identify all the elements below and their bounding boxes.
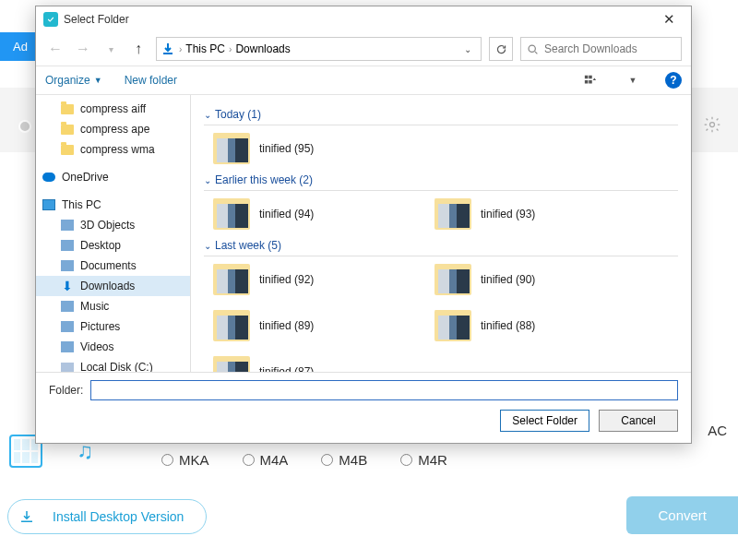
tree-item-onedrive[interactable]: OneDrive [36,167,190,187]
folder-item[interactable]: tinified (94) [213,195,398,233]
format-option-m4r[interactable]: M4R [400,452,447,468]
tree-item-compress-ape[interactable]: compress ape [36,119,190,139]
folder-item[interactable]: tinified (95) [213,129,398,168]
download-icon: ⬇ [60,279,75,293]
generic-icon [60,299,75,314]
radio-icon [321,454,333,466]
folder-item-label: tinified (94) [259,208,314,220]
format-option-m4b[interactable]: M4B [321,452,367,468]
svg-rect-5 [585,80,589,84]
convert-button[interactable]: Convert [626,496,738,534]
folder-content[interactable]: ⌄Today (1)tinified (95)⌄Earlier this wee… [191,95,691,372]
dialog-bottom-bar: Folder: Select Folder Cancel [36,372,691,443]
tree-item-videos[interactable]: Videos [36,337,190,357]
tree-item-documents[interactable]: Documents [36,256,190,276]
tree-item-label: 3D Objects [80,219,135,232]
folder-item[interactable]: tinified (87) [213,352,398,372]
radio-icon [400,454,412,466]
breadcrumb-current[interactable]: Downloads [235,42,290,55]
toolbar-row: Organize ▼ New folder ▼ ? [36,66,691,95]
format-ac-label: AC [708,423,727,438]
help-icon[interactable]: ? [665,72,682,89]
tree-item-label: This PC [62,198,101,211]
group-header[interactable]: ⌄Earlier this week (2) [204,173,678,186]
search-box[interactable] [520,37,682,61]
tree-item-label: Videos [80,340,113,353]
folder-item[interactable]: tinified (89) [213,306,398,345]
close-button[interactable]: ✕ [654,8,684,30]
generic-icon [60,340,75,354]
generic-icon [60,238,75,253]
tree-item-compress-aiff[interactable]: compress aiff [36,99,190,119]
folder-tree[interactable]: compress aiffcompress apecompress wmaOne… [36,95,191,372]
svg-point-0 [710,123,715,127]
nav-back-icon[interactable]: ← [45,39,65,59]
settings-gear-icon[interactable] [703,115,721,134]
group-header[interactable]: ⌄Last week (5) [204,239,678,252]
folder-item[interactable]: tinified (92) [213,260,398,299]
organize-label: Organize [45,74,90,87]
format-option-mka[interactable]: MKA [161,452,209,468]
tree-item-label: Documents [80,259,137,272]
nav-recent-dropdown-icon[interactable]: ▾ [101,39,121,59]
dialog-main: compress aiffcompress apecompress wmaOne… [36,95,691,372]
search-input[interactable] [544,42,675,55]
tree-item-this-pc[interactable]: This PC [36,195,190,215]
tree-item-3d-objects[interactable]: 3D Objects [36,215,190,235]
cancel-button[interactable]: Cancel [599,410,678,432]
folder-item[interactable]: tinified (90) [434,260,619,299]
chevron-down-icon: ⌄ [204,110,211,120]
folder-item-label: tinified (92) [259,273,314,286]
folder-icon [213,264,250,295]
dialog-titlebar: Select Folder ✕ [36,6,691,32]
format-radio-group: MKAM4AM4BM4R [161,452,447,468]
svg-rect-3 [585,76,589,79]
nav-forward-icon[interactable]: → [73,39,93,59]
folder-item[interactable]: tinified (93) [434,195,619,233]
svg-rect-6 [589,80,592,84]
tree-item-pictures[interactable]: Pictures [36,316,190,337]
tree-item-music[interactable]: Music [36,296,190,316]
select-folder-button[interactable]: Select Folder [500,410,589,432]
group-title: Today (1) [215,108,261,121]
nav-up-icon[interactable]: ↑ [128,39,149,59]
new-folder-button[interactable]: New folder [125,74,177,87]
folder-item-label: tinified (88) [481,319,535,332]
folder-item-label: tinified (93) [481,208,535,220]
view-dropdown-icon[interactable]: ▼ [623,70,643,90]
svg-rect-4 [589,76,592,79]
view-options-button[interactable] [580,70,601,90]
group-title: Last week (5) [215,239,281,252]
tree-item-compress-wma[interactable]: compress wma [36,139,190,160]
tree-item-desktop[interactable]: Desktop [36,235,190,256]
folder-icon [213,133,250,164]
folder-icon [60,142,75,157]
group-header[interactable]: ⌄Today (1) [204,108,678,121]
folder-item[interactable]: tinified (88) [434,306,619,345]
install-desktop-button[interactable]: Install Desktop Version [7,499,207,534]
onedrive-icon [42,170,56,185]
folder-item-label: tinified (90) [481,273,535,286]
format-option-m4a[interactable]: M4A [243,452,289,468]
dialog-title: Select Folder [64,13,129,26]
breadcrumb-dropdown-icon[interactable]: ⌄ [458,44,477,54]
breadcrumb-root[interactable]: This PC [185,42,225,55]
tree-item-local-disk-c-[interactable]: Local Disk (C:) [36,357,190,372]
search-icon [527,43,539,55]
breadcrumb[interactable]: › This PC › Downloads ⌄ [156,37,482,61]
install-desktop-label: Install Desktop Version [53,509,184,524]
generic-icon [60,218,75,232]
format-label: M4B [339,452,367,468]
folder-icon [434,264,471,295]
nav-row: ← → ▾ ↑ › This PC › Downloads ⌄ [36,32,691,66]
tree-item-label: compress aiff [80,102,146,115]
chevron-right-icon: › [179,44,182,54]
download-icon [18,507,36,526]
tree-item-label: Music [80,300,109,313]
tree-item-downloads[interactable]: ⬇Downloads [36,276,190,296]
refresh-button[interactable] [489,37,513,61]
folder-icon [60,101,75,116]
organize-menu[interactable]: Organize ▼ [45,74,102,87]
folder-name-input[interactable] [90,380,678,400]
generic-icon [60,258,75,273]
